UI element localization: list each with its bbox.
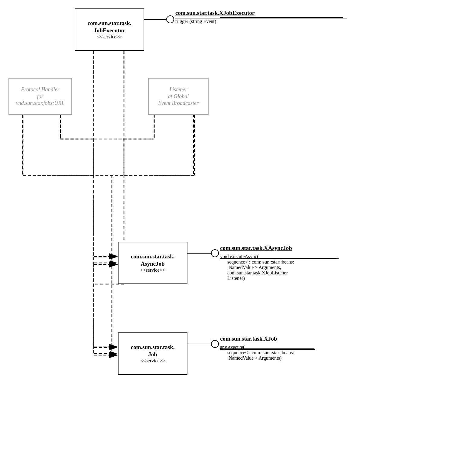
x-async-job-lollipop xyxy=(211,249,219,257)
job-box: com.sun.star.task. Job <<service>> xyxy=(118,332,187,375)
job-executor-stereotype: <<service>> xyxy=(97,34,122,40)
x-async-job-name: com.sun.star.task.XAsyncJob xyxy=(220,245,294,251)
x-async-job-interface: com.sun.star.task.XAsyncJob void execute… xyxy=(220,245,294,281)
x-async-job-methods: void executeAsync( sequence< ::com::sun:… xyxy=(220,254,294,281)
listener-broadcaster-name: Listener at Global Event Broadcaster xyxy=(158,86,199,107)
async-job-box: com.sun.star.task. AsyncJob <<service>> xyxy=(118,242,187,284)
x-job-executor-interface: com.sun.star.task.XJobExecutor trigger (… xyxy=(175,10,255,24)
diagram-container: com.sun.star.task. JobExecutor <<service… xyxy=(0,0,471,476)
job-name: com.sun.star.task. Job xyxy=(131,344,175,358)
x-job-methods: any execute( sequence< ::com::sun::star:… xyxy=(220,345,294,361)
x-job-name: com.sun.star.task.XJob xyxy=(220,335,294,342)
async-job-stereotype: <<service>> xyxy=(140,267,165,273)
diagram-arrows xyxy=(0,0,471,476)
job-stereotype: <<service>> xyxy=(140,358,165,364)
async-job-name: com.sun.star.task. AsyncJob xyxy=(131,253,175,267)
protocol-handler-box: Protocol Handler for vnd.sun.star.jobs:U… xyxy=(8,78,72,115)
main-arrows-svg xyxy=(0,0,471,476)
protocol-handler-name: Protocol Handler for vnd.sun.star.jobs:U… xyxy=(16,86,65,107)
x-job-executor-name: com.sun.star.task.XJobExecutor xyxy=(175,10,255,16)
x-job-interface: com.sun.star.task.XJob any execute( sequ… xyxy=(220,335,294,361)
x-job-executor-lollipop xyxy=(166,15,174,23)
job-executor-box: com.sun.star.task. JobExecutor <<service… xyxy=(75,8,144,51)
job-executor-name: com.sun.star.task. JobExecutor xyxy=(88,20,132,34)
x-job-executor-method: trigger (string Event) xyxy=(175,19,255,24)
x-job-lollipop xyxy=(211,340,219,348)
listener-broadcaster-box: Listener at Global Event Broadcaster xyxy=(148,78,209,115)
